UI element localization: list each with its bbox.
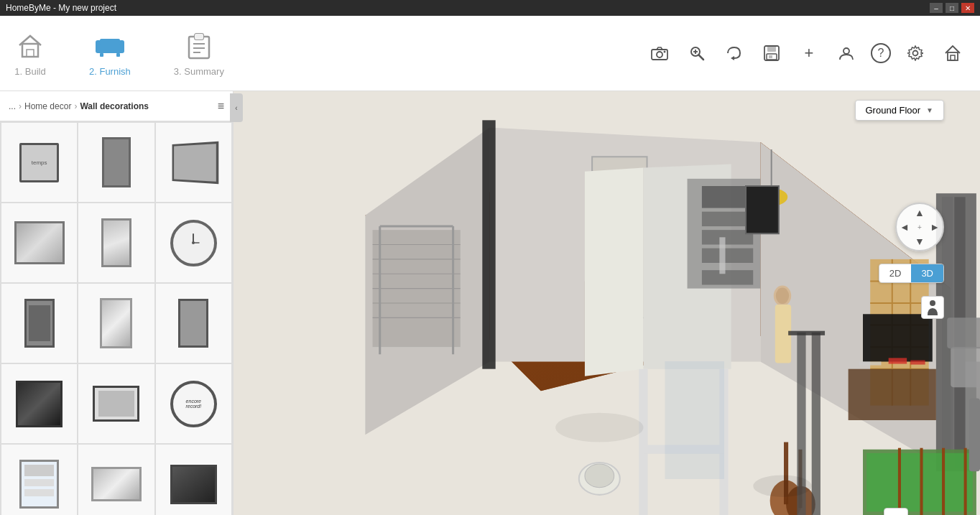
- svg-point-96: [585, 464, 614, 488]
- room-svg: [234, 91, 980, 515]
- save-icon[interactable]: [759, 40, 785, 66]
- step-build-label: 1. Build: [14, 66, 45, 77]
- svg-point-16: [664, 51, 666, 53]
- svg-rect-24: [769, 55, 772, 58]
- window-controls: – □ ✕: [930, 3, 974, 13]
- svg-rect-104: [951, 347, 980, 387]
- svg-rect-1: [27, 50, 34, 57]
- floor-selector[interactable]: Ground Floor ▼: [855, 100, 945, 121]
- svg-rect-82: [859, 361, 882, 365]
- svg-rect-66: [746, 186, 779, 233]
- nav-center: +: [917, 223, 922, 231]
- svg-rect-105: [947, 317, 980, 348]
- svg-rect-27: [948, 52, 958, 60]
- svg-rect-67: [719, 237, 725, 274]
- breadcrumb-dots[interactable]: ...: [9, 101, 16, 111]
- svg-marker-52: [585, 168, 643, 376]
- svg-rect-83: [889, 358, 907, 363]
- home-nav-icon[interactable]: [940, 40, 966, 66]
- title-bar: HomeByMe - My new project – □ ✕: [0, 0, 980, 16]
- svg-rect-81: [849, 369, 936, 420]
- item-grid: temps: [0, 121, 233, 515]
- svg-rect-102: [812, 333, 820, 515]
- svg-point-31: [192, 241, 195, 244]
- step-build[interactable]: 1. Build: [14, 30, 46, 77]
- list-item[interactable]: temps: [1, 123, 77, 202]
- svg-rect-106: [969, 398, 980, 471]
- zoom-search-icon[interactable]: [684, 40, 710, 66]
- breadcrumb-category[interactable]: Home decor: [24, 101, 71, 111]
- minimize-button[interactable]: –: [930, 3, 943, 13]
- nav-up-button[interactable]: ▲: [915, 207, 925, 218]
- nav-left-button[interactable]: ◄: [900, 221, 910, 233]
- svg-point-65: [776, 288, 789, 304]
- zoom-area: + −: [921, 296, 944, 322]
- nav-circle: ▲ ◄ + ► ▼: [895, 203, 944, 251]
- canvas-area: Ground Floor ▼ ▲ ◄ + ► ▼ 2D 3D: [234, 91, 980, 515]
- list-item[interactable]: [1, 445, 77, 515]
- list-item[interactable]: [78, 364, 154, 443]
- list-item[interactable]: [78, 284, 154, 363]
- furnish-icon: [94, 30, 126, 62]
- svg-rect-7: [116, 53, 120, 57]
- add-icon[interactable]: +: [796, 40, 822, 66]
- camera-icon[interactable]: [647, 40, 672, 66]
- close-button[interactable]: ✕: [961, 3, 974, 13]
- sidebar-toggle-button[interactable]: ‹: [230, 93, 243, 122]
- floor-chevron-icon: ▼: [926, 106, 933, 114]
- maximize-button[interactable]: □: [946, 3, 958, 13]
- svg-rect-58: [702, 249, 753, 263]
- list-item[interactable]: [78, 203, 154, 282]
- view-toggle: 2D 3D: [879, 264, 944, 283]
- breadcrumb: ... › Home decor › Wall decorations ≡: [0, 91, 233, 121]
- 2d-view-button[interactable]: 2D: [879, 264, 912, 282]
- toolbar: 1. Build 2. Furnish: [0, 16, 980, 91]
- right-toolbar: + ?: [647, 40, 966, 66]
- nav-right-button[interactable]: ►: [930, 221, 940, 233]
- list-item[interactable]: encorerecord!: [156, 364, 231, 443]
- nav-down-button[interactable]: ▼: [915, 236, 925, 247]
- list-item[interactable]: [156, 445, 231, 515]
- list-item[interactable]: [78, 123, 154, 202]
- svg-marker-100: [665, 361, 724, 478]
- 3d-view-button[interactable]: 3D: [911, 264, 943, 282]
- list-item[interactable]: [1, 364, 77, 443]
- step-furnish[interactable]: 2. Furnish: [89, 30, 131, 77]
- svg-rect-59: [702, 270, 753, 284]
- list-view-icon[interactable]: ≡: [218, 100, 224, 113]
- list-item[interactable]: [1, 203, 77, 282]
- zoom-in-button[interactable]: +: [884, 509, 907, 515]
- undo-icon[interactable]: [721, 40, 747, 66]
- build-icon: [14, 30, 46, 62]
- step-summary[interactable]: 3. Summary: [174, 30, 224, 77]
- person-view-button[interactable]: [921, 296, 944, 319]
- svg-rect-48: [482, 120, 495, 368]
- list-item[interactable]: [78, 445, 154, 515]
- svg-point-15: [657, 52, 662, 57]
- account-icon[interactable]: [833, 40, 859, 66]
- floor-label: Ground Floor: [866, 105, 921, 116]
- step-summary-label: 3. Summary: [174, 66, 224, 77]
- svg-rect-5: [100, 39, 120, 46]
- svg-point-108: [753, 475, 811, 497]
- list-item[interactable]: [1, 284, 77, 363]
- svg-rect-28: [951, 55, 955, 60]
- svg-rect-84: [910, 360, 925, 364]
- svg-rect-10: [195, 34, 203, 40]
- svg-rect-103: [788, 331, 825, 335]
- help-icon[interactable]: ?: [871, 43, 891, 63]
- svg-rect-6: [100, 53, 103, 57]
- list-item[interactable]: [156, 203, 231, 282]
- gear-icon[interactable]: [902, 40, 928, 66]
- svg-point-26: [913, 51, 918, 56]
- svg-line-18: [699, 55, 704, 60]
- summary-icon: [183, 30, 215, 62]
- app-title: HomeByMe - My new project: [6, 3, 116, 13]
- svg-point-109: [930, 300, 935, 306]
- svg-rect-22: [767, 46, 776, 52]
- list-item[interactable]: [156, 284, 231, 363]
- list-item[interactable]: [156, 123, 231, 202]
- step-furnish-label: 2. Furnish: [89, 66, 131, 77]
- svg-rect-86: [866, 453, 973, 511]
- room-view: [234, 91, 980, 515]
